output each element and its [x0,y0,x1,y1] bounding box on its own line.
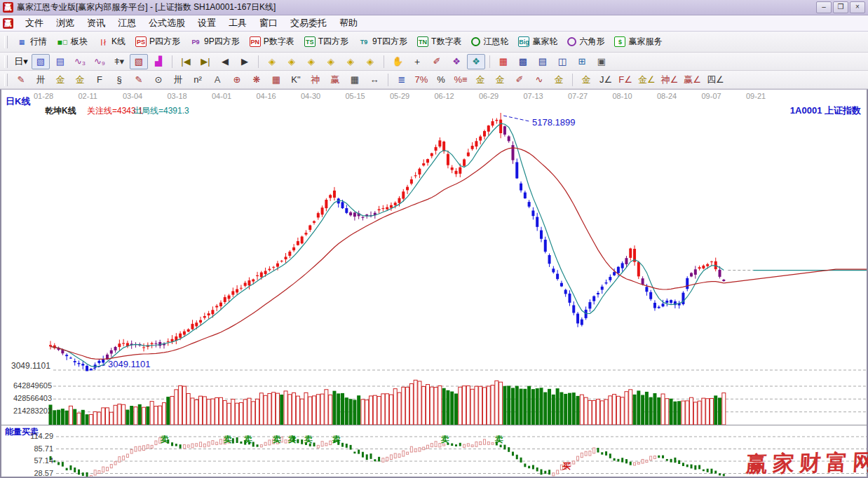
compress-h-button[interactable]: ◈ [322,54,340,69]
toolbar-label: T数字表 [431,36,461,48]
crosshair-button[interactable]: ＋ [408,54,426,69]
toolbar-button-P四方形[interactable]: PSP四方形 [130,34,185,50]
print-button[interactable]: ▣ [592,54,611,69]
period-dropdown-button[interactable]: 日▾ [12,54,30,69]
shen-angle-tool[interactable]: 神∠ [659,72,681,88]
drag-hand-button[interactable]: ✋ [388,54,407,69]
wave9-button[interactable]: ∿₉ [90,54,109,69]
expand-h-button[interactable]: ◈ [302,54,320,69]
kline-chart-canvas[interactable] [1,90,867,477]
menu-6[interactable]: 工具 [222,15,253,31]
gann-clock-tool[interactable]: ⊙ [149,72,168,88]
grid-box-tool[interactable]: ▦ [267,72,285,88]
menu-2[interactable]: 资讯 [81,15,111,31]
mark-pen-tool[interactable]: ✐ [510,72,529,88]
toolbar-button-板块[interactable]: ◼◻板块 [52,34,93,50]
menu-5[interactable]: 设置 [191,15,222,31]
analysis-button[interactable]: ❖ [467,54,485,69]
menu-4[interactable]: 公式选股 [142,15,191,31]
percent7-tool[interactable]: 7% [412,72,430,88]
zigzag-box-button[interactable]: ▧ [130,54,148,69]
menu-1[interactable]: 浏览 [50,15,81,31]
web-tool[interactable]: ❋ [247,72,266,88]
trend-chart-button[interactable]: ▧ [32,54,50,69]
shift-right-button[interactable]: ◈ [283,54,301,69]
toolbar-button-K线[interactable]: ∣∤K线 [93,34,130,50]
toolbar-button-T数字表[interactable]: TNT数字表 [412,34,466,50]
menu-3[interactable]: 江恩 [111,15,142,31]
menu-0[interactable]: 文件 [19,15,50,31]
calculator-button[interactable]: ▩ [514,54,532,69]
number-grid-tool[interactable]: ▦ [346,72,364,88]
network-button[interactable]: ⊞ [573,54,591,69]
toolbar-button-9P四方形[interactable]: P99P四方形 [185,34,245,50]
shen-tool[interactable]: 神 [306,72,325,88]
menu-7[interactable]: 窗口 [253,15,284,31]
minimize-button[interactable]: – [816,1,832,13]
kline-model-label: 乾坤K线 [45,105,76,117]
gold-ruler2-tool[interactable]: 金 [71,72,89,88]
next-bar-button[interactable]: ▶ [236,54,254,69]
percent-tool[interactable]: % [432,72,450,88]
percent-line-tool[interactable]: %≡ [452,72,470,88]
scale-tool[interactable]: ≣ [393,72,411,88]
h-measure-tool[interactable]: ↔ [365,72,384,88]
maximize-button[interactable]: ❐ [833,1,848,13]
menu-8[interactable]: 交易委托 [284,15,333,31]
toolbar-button-赢家服务[interactable]: $赢家服务 [609,34,667,50]
angle-compass-tool[interactable]: ✎ [130,72,148,88]
kline-mark-tool[interactable]: K" [287,72,305,88]
gold-angle-tool[interactable]: 金 [577,72,595,88]
pointer-pen-button[interactable]: ✐ [428,54,446,69]
gold-angle2-tool[interactable]: 金∠ [636,72,658,88]
calendar-button[interactable]: ▦ [494,54,513,69]
notes-button[interactable]: ▤ [534,54,552,69]
last-page-button[interactable]: ▶| [196,54,215,69]
info-document-button[interactable]: ▤ [51,54,69,69]
toolbar-button-9T四方形[interactable]: T99T四方形 [353,34,412,50]
first-page-button[interactable]: |◀ [177,54,195,69]
toolbar-button-江恩轮[interactable]: 江恩轮 [466,34,513,50]
si-angle-tool[interactable]: 四∠ [705,72,726,88]
toolbar-button-T四方形[interactable]: TST四方形 [299,34,353,50]
gold-ruler-tool[interactable]: 金 [51,72,69,88]
f-angle-tool[interactable]: F∠ [616,72,635,88]
chart-area[interactable]: 01-2802-1103-0403-1804-0104-1604-3005-15… [0,89,868,478]
low-price-annotation: 3049.1101 [108,359,151,369]
date-label-09-07: 09-07 [702,92,721,100]
gold-circle-tool[interactable]: 金 [471,72,489,88]
spiral-tool[interactable]: § [110,72,128,88]
date-label-05-29: 05-29 [390,92,409,100]
quotes-grid-icon: ▦ [16,36,27,47]
toolbar-button-赢家轮[interactable]: Big赢家轮 [513,34,562,50]
close-button[interactable]: × [850,1,865,13]
menu-9[interactable]: 帮助 [333,15,364,31]
square-number-tool[interactable]: n² [189,72,207,88]
circle-cross-tool[interactable]: ⊕ [228,72,246,88]
ying-angle-tool[interactable]: 赢∠ [681,72,703,88]
hexagon-wheel-icon [567,37,576,46]
price-ruler-tool[interactable]: 卅 [169,72,187,88]
shift-left-button[interactable]: ◈ [263,54,281,69]
gann-tools-button[interactable]: ❖ [447,54,466,69]
ruler-tool[interactable]: 卅 [32,72,50,88]
fibonacci-tool[interactable]: F [90,72,109,88]
toolbar-grip [4,36,8,48]
compress-all-button[interactable]: ◈ [341,54,360,69]
expand-all-button[interactable]: ◈ [361,54,379,69]
gold-line-tool[interactable]: 金 [491,72,509,88]
andrews-tool[interactable]: A [208,72,226,88]
wave3-button[interactable]: ∿₃ [71,54,89,69]
toolbar-button-六角形[interactable]: 六角形 [562,34,609,50]
ying-tool[interactable]: 赢 [326,72,344,88]
wave-band-tool[interactable]: ∿ [530,72,548,88]
candle-style-dropdown[interactable]: ǂ▾ [110,54,128,69]
histogram-button[interactable]: ▟ [149,54,168,69]
save-button[interactable]: ◫ [553,54,571,69]
compass-tool[interactable]: ✎ [12,72,30,88]
toolbar-button-P数字表[interactable]: PNP数字表 [245,34,299,50]
gold2-tool[interactable]: 金 [550,72,568,88]
prev-bar-button[interactable]: ◀ [216,54,234,69]
toolbar-button-行情[interactable]: ▦行情 [11,34,52,50]
j-angle-tool[interactable]: J∠ [597,72,615,88]
